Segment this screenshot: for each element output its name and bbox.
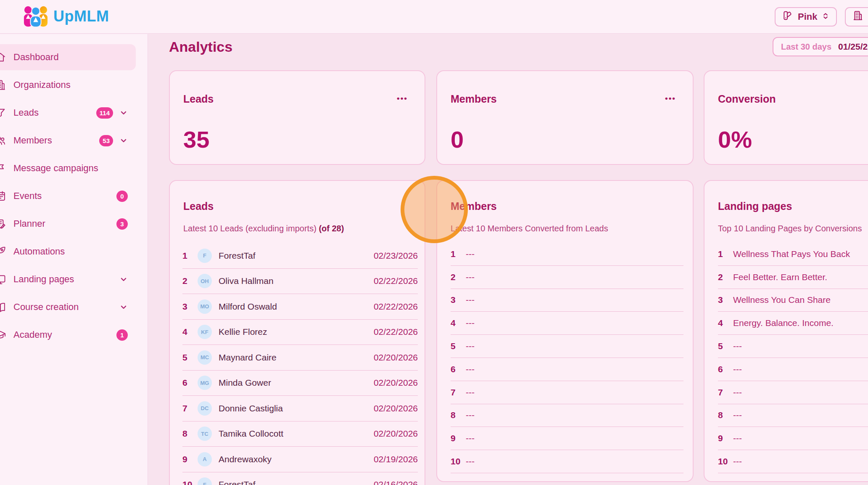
member-row: 6 --- [451,358,683,381]
list-title: Landing pages [718,200,792,212]
count-badge: 1 [116,329,128,341]
sidebar-item-members[interactable]: Members 53 [0,127,136,154]
landing-page-title: --- [733,364,868,374]
card-title: Members [451,93,497,105]
lead-name: Oliva Hallman [219,276,374,286]
sidebar-item-label: Organizations [13,80,71,90]
date-range-value: 01/25/20 [838,42,868,52]
building-icon [852,10,863,24]
lead-name: Tamika Collocott [219,429,374,439]
lead-name: ForestTaf [219,251,374,261]
conversion-rate: 0% [718,126,752,153]
member-row: 1 --- [451,243,683,266]
lead-date: 02/22/2026 [374,276,418,286]
sidebar-item-label: Academy [13,329,52,340]
member-name: --- [466,387,683,398]
member-row: 7 --- [451,381,683,404]
lead-date: 02/20/2026 [374,429,418,439]
row-number: 9 [718,433,733,443]
member-row: 2 --- [451,266,683,289]
sidebar-item-course-creation[interactable]: Course creation [0,294,136,320]
sidebar-item-organizations[interactable]: Organizations [0,72,136,98]
lead-date: 02/20/2026 [374,378,418,388]
sidebar-item-planner[interactable]: Planner 3 [0,211,136,237]
lead-name: Milford Oswald [219,302,374,312]
avatar: KF [198,325,212,339]
row-number: 4 [718,318,733,328]
lead-row[interactable]: 2 OH Oliva Hallman 02/22/2026 [182,269,418,294]
row-number: 7 [718,387,733,398]
chevron-up-down-icon [822,11,829,22]
landing-page-title: --- [733,341,868,351]
landing-page-title: Wellness That Pays You Back [733,249,868,259]
card-title: Conversion [718,93,776,105]
organization-button[interactable]: U [845,7,868,27]
planner-icon [0,218,6,230]
lead-row[interactable]: 9 A Andrewaxoky 02/19/2026 [182,447,418,472]
member-name: --- [466,295,683,305]
member-name: --- [466,272,683,282]
home-icon [0,51,6,63]
row-number: 4 [182,327,198,337]
date-range-filter[interactable]: Last 30 days 01/25/20 [773,37,868,56]
members-list-card: Members Latest 10 Members Converted from… [436,180,694,482]
lead-row[interactable]: 4 KF Kellie Florez 02/22/2026 [182,320,418,345]
members-rows: 1 --- 2 --- 3 --- 4 --- 5 --- 6 --- [451,243,683,473]
landing-page-row[interactable]: 4 Energy. Balance. Income. [718,312,868,335]
lead-row[interactable]: 8 TC Tamika Collocott 02/20/2026 [182,421,418,447]
count-badge: 53 [99,135,113,146]
list-title: Leads [183,200,214,212]
avatar: MG [198,376,212,390]
chevron-down-icon [119,275,128,284]
leads-count: 35 [183,126,209,153]
member-row: 8 --- [451,404,683,427]
sidebar-item-label: Dashboard [13,52,59,63]
lead-row[interactable]: 5 MC Maynard Caire 02/20/2026 [182,345,418,371]
landing-page-row: 10 --- [718,450,868,473]
sidebar-item-landing-pages[interactable]: Landing pages [0,266,136,292]
upmlm-logo[interactable]: UpMLM [24,5,109,27]
lead-date: 02/20/2026 [374,352,418,363]
lead-row[interactable]: 3 MO Milford Oswald 02/22/2026 [182,294,418,320]
sidebar-item-message-campaigns[interactable]: Message campaigns [0,155,136,181]
lead-row[interactable]: 6 MG Minda Gower 02/20/2026 [182,371,418,396]
leads-rows: 1 F ForestTaf 02/23/2026 2 OH Oliva Hall… [182,243,418,485]
browser-icon [0,273,6,285]
sidebar-item-academy[interactable]: Academy 1 [0,322,136,348]
theme-selector-button[interactable]: Pink [775,7,837,27]
upmlm-dashboard: UpMLM Pink [0,0,868,485]
lead-row[interactable]: 10 F ForestTaf 02/16/2026 [182,472,418,485]
lead-name: Maynard Caire [219,352,374,363]
topbar: UpMLM Pink [0,0,868,34]
page-title: Analytics [169,39,232,55]
sidebar-item-automations[interactable]: Automations [0,239,136,265]
sidebar-item-dashboard[interactable]: Dashboard [0,44,136,70]
row-number: 8 [182,429,198,439]
row-number: 1 [718,249,733,259]
book-icon [0,301,6,313]
landing-page-title: Feel Better. Earn Better. [733,272,868,282]
member-row: 10 --- [451,450,683,473]
landing-page-row[interactable]: 1 Wellness That Pays You Back [718,243,868,266]
chevron-down-icon [119,109,128,117]
row-number: 3 [718,295,733,305]
landing-page-row[interactable]: 3 Wellness You Can Share [718,289,868,312]
sidebar-item-events[interactable]: Events 0 [0,183,136,209]
avatar: A [198,452,212,466]
lead-row[interactable]: 1 F ForestTaf 02/23/2026 [182,243,418,269]
landing-page-row[interactable]: 2 Feel Better. Earn Better. [718,266,868,289]
member-row: 9 --- [451,427,683,450]
lead-row[interactable]: 7 DC Donnie Castiglia 02/20/2026 [182,396,418,421]
megaphone-icon [0,162,6,174]
landing-page-row: 5 --- [718,335,868,358]
lead-date: 02/23/2026 [374,251,418,261]
lead-name: Donnie Castiglia [219,403,374,413]
sidebar-item-leads[interactable]: Leads 114 [0,100,136,126]
row-number: 5 [451,341,466,351]
row-number: 10 [182,480,198,485]
ellipsis-menu-icon[interactable]: ••• [665,94,676,103]
member-name: --- [466,318,683,328]
ellipsis-menu-icon[interactable]: ••• [397,94,408,103]
chevron-down-icon [119,303,128,311]
member-name: --- [466,433,683,443]
